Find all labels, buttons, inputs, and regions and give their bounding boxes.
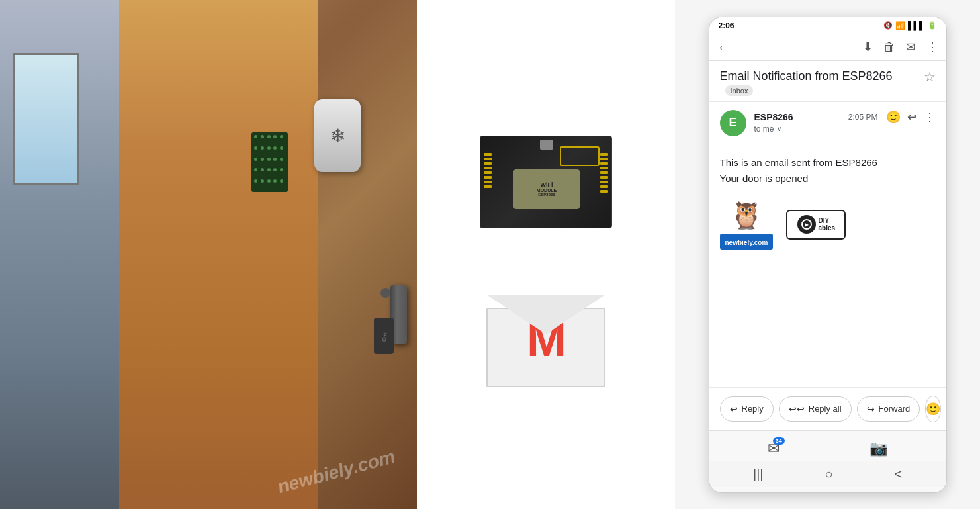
- keyhole-icon: ⚷: [380, 329, 388, 344]
- emoji-reaction-button[interactable]: 🙂: [886, 110, 901, 124]
- gmail-envelope-image: M: [480, 281, 612, 387]
- android-home-button[interactable]: ○: [824, 467, 832, 482]
- forward-label: Forward: [879, 404, 911, 414]
- label-button[interactable]: ✉: [906, 40, 916, 54]
- esp-chip-label: WiFi MODULE ESP8266: [513, 169, 580, 209]
- reply-all-icon: ↩↩: [789, 404, 805, 414]
- star-button[interactable]: ☆: [924, 69, 936, 85]
- reply-all-label: Reply all: [809, 404, 842, 414]
- esp8266-image: WiFi MODULE ESP8266: [467, 122, 625, 255]
- battery-icon: 🔋: [928, 21, 937, 30]
- android-menu-button[interactable]: |||: [753, 467, 764, 482]
- email-subject-area: Email Notification from ESP8266 Inbox ☆: [709, 61, 946, 102]
- email-subject: Email Notification from ESP8266: [720, 69, 893, 83]
- reply-buttons-row: ↩ Reply ↩↩ Reply all ↪ Forward 🙂: [709, 387, 946, 430]
- phone-frame: 2:06 🔇 📶 ▌▌▌ 🔋 ← ⬇ 🗑 ✉ ⋮: [709, 17, 947, 493]
- reply-quick-button[interactable]: ↩: [907, 110, 917, 124]
- back-button[interactable]: ←: [717, 40, 731, 55]
- mute-icon: 🔇: [883, 21, 893, 30]
- sender-info: ESP8266 2:05 PM 🙂 ↩ ⋮ to me ∨: [754, 110, 936, 134]
- email-body-text: This is an email sent from ESP8266 Your …: [720, 155, 936, 187]
- inbox-badge[interactable]: Inbox: [725, 85, 754, 96]
- newbiely-logo: 🦉 newbiely.com: [720, 200, 774, 250]
- sender-name: ESP8266: [754, 112, 793, 122]
- reply-icon: ↩: [730, 404, 738, 414]
- keyhole-plate: ⚷: [374, 318, 394, 354]
- diyables-logo: ▶ DIY ables: [786, 210, 846, 240]
- esp-antenna: [560, 146, 600, 166]
- reply-all-button[interactable]: ↩↩ Reply all: [779, 396, 852, 422]
- delete-button[interactable]: 🗑: [883, 40, 895, 54]
- forward-button[interactable]: ↪ Forward: [857, 396, 920, 422]
- expand-icon: ∨: [777, 125, 781, 132]
- reply-label: Reply: [742, 404, 764, 414]
- wifi-icon: 📶: [895, 21, 905, 30]
- sender-actions: 🙂 ↩ ⋮: [886, 110, 936, 124]
- sender-avatar: E: [720, 110, 746, 136]
- room-background: [0, 0, 119, 509]
- smart-lock-device: ❄: [314, 99, 367, 179]
- more-button[interactable]: ⋮: [926, 40, 938, 54]
- mail-badge: 34: [773, 437, 785, 445]
- esp-pins-left: [484, 153, 492, 188]
- emoji-button[interactable]: 🙂: [925, 396, 941, 422]
- android-back-button[interactable]: <: [894, 467, 902, 482]
- door-image-panel: ❄ ⚷ newbiely.com: [0, 0, 417, 509]
- bottom-nav: ✉ 34 📷 ||| ○ <: [709, 430, 946, 492]
- email-logos: 🦉 newbiely.com ▶ DIY ables: [720, 200, 936, 250]
- video-nav-button[interactable]: 📷: [869, 440, 887, 457]
- envelope-flap: [486, 295, 605, 334]
- archive-button[interactable]: ⬇: [863, 40, 873, 54]
- esp-usb-port: [540, 140, 553, 150]
- email-body: This is an email sent from ESP8266 Your …: [709, 144, 946, 387]
- phone-panel: 2:06 🔇 📶 ▌▌▌ 🔋 ← ⬇ 🗑 ✉ ⋮: [675, 0, 980, 509]
- forward-icon: ↪: [867, 404, 875, 414]
- status-time: 2:06: [719, 21, 735, 30]
- circuit-board: [251, 132, 288, 192]
- lock-icon: ❄: [330, 125, 345, 147]
- room-window: [13, 53, 79, 185]
- topbar-actions: ⬇ 🗑 ✉ ⋮: [863, 40, 938, 54]
- video-icon: 📷: [869, 440, 887, 457]
- sender-time: 2:05 PM: [848, 113, 878, 122]
- diy-icon-inner: ▶: [801, 219, 812, 230]
- middle-content-panel: WiFi MODULE ESP8266 M: [417, 0, 675, 509]
- signal-icon: ▌▌▌: [908, 21, 925, 30]
- diy-label: DIY ables: [819, 217, 836, 232]
- bottom-nav-icons: ✉ 34 📷: [709, 436, 946, 461]
- status-bar: 2:06 🔇 📶 ▌▌▌ 🔋: [709, 17, 946, 34]
- sender-to[interactable]: to me ∨: [754, 124, 936, 134]
- status-icons: 🔇 📶 ▌▌▌ 🔋: [883, 21, 937, 30]
- diy-logo-icon: ▶: [797, 215, 816, 234]
- door-frame: ❄ ⚷: [119, 0, 318, 509]
- newbiely-text: newbiely.com: [725, 239, 768, 246]
- sender-more-button[interactable]: ⋮: [924, 110, 936, 124]
- esp-pins-right: [600, 153, 608, 193]
- owl-icon: 🦉: [730, 200, 763, 231]
- app-topbar: ← ⬇ 🗑 ✉ ⋮: [709, 34, 946, 61]
- reply-button[interactable]: ↩ Reply: [720, 396, 774, 422]
- mail-nav-button[interactable]: ✉ 34: [768, 440, 780, 457]
- android-nav: ||| ○ <: [709, 461, 946, 487]
- sender-area: E ESP8266 2:05 PM 🙂 ↩ ⋮ to me ∨: [709, 102, 946, 144]
